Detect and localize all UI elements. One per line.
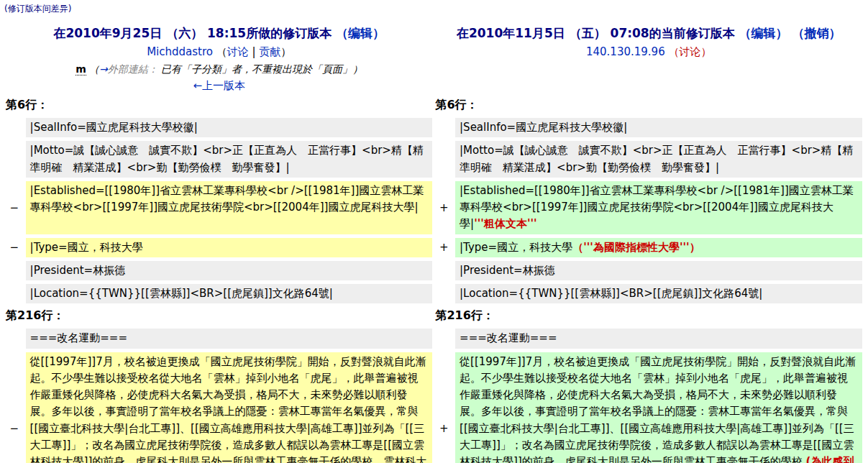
new-revision-title-text: 在2010年11月5日 （五） 07:08的当前修订版本	[457, 26, 735, 40]
diff-line-number-header: 第216行：	[6, 307, 432, 325]
context-line: |Motto=誠【誠心誠意 誠實不欺】<br>正【正直為人 正當行事】<br>精…	[26, 141, 433, 178]
added-line: |Established=[[1980年]]省立雲林工業專科學校<br />[[…	[455, 181, 862, 234]
deleted-line: |Established=[[1980年]]省立雲林工業專科學校<br />[[…	[26, 181, 433, 234]
old-userlinks-separator: |	[249, 45, 260, 58]
context-line: |Location={{TWN}}[[雲林縣]]<BR>[[虎尾鎮]]文化路64…	[26, 284, 433, 303]
diff-table: 在2010年9月25日 （六） 18:15所做的修订版本 （编辑） Michdd…	[3, 21, 865, 463]
diff-row: −|Established=[[1980年]]省立雲林工業專科學校<br />[…	[6, 181, 862, 234]
new-revision-title: 在2010年11月5日 （五） 07:08的当前修订版本 （编辑） （撤销）	[438, 24, 859, 43]
old-userlinks-close: ）	[280, 45, 291, 58]
diff-row: |Location={{TWN}}[[雲林縣]]<BR>[[虎尾鎮]]文化路64…	[6, 284, 862, 303]
diff-text: ===改名運動===	[30, 331, 127, 344]
added-marker: +	[435, 352, 452, 463]
diff-row: −從[[1997年]]7月，校名被迫更換成「國立虎尾技術學院」開始，反對聲浪就自…	[6, 352, 862, 463]
context-marker	[6, 329, 23, 348]
added-marker: +	[435, 181, 452, 234]
removed-marker: −	[6, 352, 23, 463]
diff-row: ===改名運動======改名運動===	[6, 329, 862, 348]
context-marker	[6, 141, 23, 178]
undo-link[interactable]: （撤销）	[792, 26, 841, 40]
old-userlinks-open: （	[216, 45, 227, 58]
diff-changed-text: '''粗体文本'''	[474, 217, 537, 230]
diff-row: |SealInfo=國立虎尾科技大學校徽||SealInfo=國立虎尾科技大學校…	[6, 118, 862, 137]
new-revision-user-line: 140.130.19.96 （讨论）	[438, 45, 859, 60]
old-revision-user-line: Michddastro （讨论 | 贡献）	[9, 45, 429, 60]
new-user-talk-link[interactable]: （讨论）	[669, 45, 712, 58]
diff-changed-text: （'''為國際指標性大學'''）	[572, 241, 700, 254]
context-line: |President=林振德	[26, 261, 433, 280]
new-user-link[interactable]: 140.130.19.96	[586, 45, 665, 58]
diff-text: |SealInfo=國立虎尾科技大學校徽|	[30, 121, 198, 134]
removed-marker: −	[6, 181, 23, 234]
diff-text: |SealInfo=國立虎尾科技大學校徽|	[460, 121, 627, 134]
diff-text: 從[[1997年]]7月，校名被迫更換成「國立虎尾技術學院」開始，反對聲浪就自此…	[30, 355, 427, 463]
diff-row: |Motto=誠【誠心誠意 誠實不欺】<br>正【正直為人 正當行事】<br>精…	[6, 141, 862, 178]
old-revision-title: 在2010年9月25日 （六） 18:15所做的修订版本 （编辑）	[9, 24, 429, 43]
new-revision-header: 在2010年11月5日 （五） 07:08的当前修订版本 （编辑） （撤销） 1…	[435, 24, 862, 93]
old-revision-title-text: 在2010年9月25日 （六） 18:15所做的修订版本	[53, 26, 332, 40]
context-line: |President=林振德	[455, 261, 862, 280]
context-marker	[6, 118, 23, 137]
minor-edit-flag: m	[76, 63, 86, 75]
diff-text: |Established=[[1980年]]省立雲林工業專科學校<br />[[…	[30, 184, 424, 214]
context-marker	[435, 284, 452, 303]
deleted-line: |Type=國立，科技大學	[26, 238, 433, 257]
added-marker: +	[435, 238, 452, 257]
page-subtitle: (修订版本间差异)	[4, 3, 865, 15]
diff-line-number-header: 第6行：	[6, 96, 432, 114]
diff-text: |President=林振德	[460, 264, 555, 277]
autocomment-arrow-icon[interactable]: →	[99, 63, 108, 75]
old-user-talk-link[interactable]: 讨论	[227, 45, 249, 58]
diff-row: 第216行：第216行：	[6, 307, 862, 325]
context-marker	[435, 261, 452, 280]
context-marker	[6, 284, 23, 303]
old-user-contribs-link[interactable]: 贡献	[259, 45, 280, 58]
diff-text: ===改名運動===	[460, 331, 557, 344]
previous-revision-link[interactable]: ←上一版本	[193, 79, 245, 92]
old-user-link[interactable]: Michddastro	[147, 45, 213, 58]
context-marker	[435, 329, 452, 348]
diff-page: (修订版本间差异) 在2010年9月25日 （六） 18:15所做的修订版本 （…	[0, 0, 868, 463]
context-line: ===改名運動===	[455, 329, 862, 348]
context-line: |SealInfo=國立虎尾科技大學校徽|	[26, 118, 433, 137]
context-marker	[435, 118, 452, 137]
deleted-line: 從[[1997年]]7月，校名被迫更換成「國立虎尾技術學院」開始，反對聲浪就自此…	[26, 352, 433, 463]
added-line: 從[[1997年]]7月，校名被迫更換成「國立虎尾技術學院」開始，反對聲浪就自此…	[455, 352, 862, 463]
summary-close-paren: ）	[352, 63, 362, 75]
old-revision-header: 在2010年9月25日 （六） 18:15所做的修订版本 （编辑） Michdd…	[6, 24, 432, 93]
added-line: |Type=國立，科技大學（'''為國際指標性大學'''）	[455, 238, 862, 257]
diff-header-row: 在2010年9月25日 （六） 18:15所做的修订版本 （编辑） Michdd…	[6, 24, 862, 93]
diff-text: |Motto=誠【誠心誠意 誠實不欺】<br>正【正直為人 正當行事】<br>精…	[460, 144, 853, 173]
diff-line-number-header: 第216行：	[435, 307, 862, 325]
old-edit-summary: m（→外部連結： 已有「子分類」者，不重複出現於「頁面」）	[9, 63, 429, 77]
removed-marker: −	[6, 238, 23, 257]
diff-text: |Location={{TWN}}[[雲林縣]]<BR>[[虎尾鎮]]文化路64…	[30, 287, 333, 300]
new-edit-link[interactable]: （编辑）	[739, 26, 788, 40]
context-marker	[6, 261, 23, 280]
diff-row: 第6行：第6行：	[6, 96, 862, 114]
diff-line-number-header: 第6行：	[435, 96, 862, 114]
context-marker	[435, 141, 452, 178]
autocomment-section-link[interactable]: 外部連結：	[108, 63, 158, 75]
diff-text: |Motto=誠【誠心誠意 誠實不欺】<br>正【正直為人 正當行事】<br>精…	[30, 144, 424, 173]
context-line: |SealInfo=國立虎尾科技大學校徽|	[455, 118, 862, 137]
old-edit-link[interactable]: （编辑）	[336, 26, 385, 40]
summary-comment-text: 已有「子分類」者，不重複出現於「頁面」	[158, 63, 352, 75]
diff-text: |Type=國立，科技大學	[30, 241, 143, 254]
diff-text: |Type=國立，科技大學	[460, 241, 572, 254]
previous-revision-nav: ←上一版本	[9, 79, 429, 93]
diff-row: −|Type=國立，科技大學+|Type=國立，科技大學（'''為國際指標性大學…	[6, 238, 862, 257]
context-line: ===改名運動===	[26, 329, 433, 348]
diff-text: 從[[1997年]]7月，校名被迫更換成「國立虎尾技術學院」開始，反對聲浪就自此…	[460, 355, 856, 463]
context-line: |Location={{TWN}}[[雲林縣]]<BR>[[虎尾鎮]]文化路64…	[455, 284, 862, 303]
summary-open-paren: （	[89, 63, 99, 75]
diff-text: |President=林振德	[30, 264, 126, 277]
diff-text: |Location={{TWN}}[[雲林縣]]<BR>[[虎尾鎮]]文化路64…	[460, 287, 762, 300]
diff-row: |President=林振德|President=林振德	[6, 261, 862, 280]
context-line: |Motto=誠【誠心誠意 誠實不欺】<br>正【正直為人 正當行事】<br>精…	[455, 141, 862, 178]
